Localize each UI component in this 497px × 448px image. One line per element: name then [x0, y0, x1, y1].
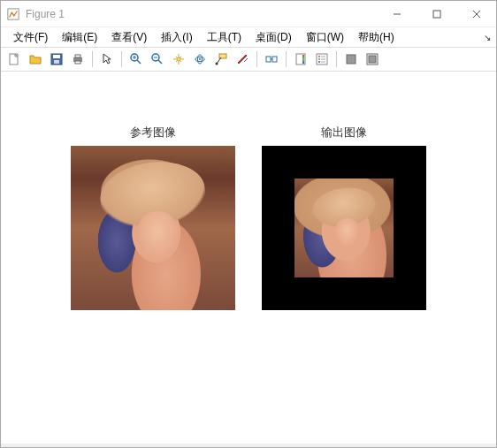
- output-image-frame: [262, 146, 426, 310]
- svg-rect-7: [53, 55, 60, 58]
- lena-image: [71, 146, 235, 310]
- window-title: Figure 1: [26, 8, 377, 20]
- menu-bar: 文件(F) 编辑(E) 查看(V) 插入(I) 工具(T) 桌面(D) 窗口(W…: [1, 27, 496, 47]
- subplot-container: 参考图像 输出图像: [1, 72, 496, 310]
- toolbar-separator: [256, 51, 257, 67]
- subplot-right-title: 输出图像: [321, 125, 367, 140]
- svg-rect-2: [433, 11, 440, 18]
- toolbar-separator: [121, 51, 122, 67]
- svg-rect-27: [272, 57, 277, 62]
- hide-plottools-button[interactable]: [341, 49, 361, 69]
- menu-file[interactable]: 文件(F): [6, 28, 55, 47]
- subplot-left-title: 参考图像: [130, 125, 176, 140]
- subplot-right: 输出图像: [262, 125, 426, 310]
- svg-rect-11: [75, 61, 80, 64]
- svg-point-25: [216, 63, 218, 65]
- svg-rect-40: [369, 56, 376, 63]
- subplot-left: 参考图像: [71, 125, 235, 310]
- menu-help[interactable]: 帮助(H): [351, 28, 401, 47]
- svg-rect-26: [266, 57, 271, 62]
- link-axes-button[interactable]: [262, 49, 281, 69]
- toolbar-separator: [92, 51, 93, 67]
- zoom-out-button[interactable]: [148, 49, 167, 69]
- svg-point-19: [177, 57, 180, 61]
- menu-insert[interactable]: 插入(I): [154, 28, 199, 47]
- app-icon: [6, 7, 20, 21]
- toolbar: [1, 47, 496, 72]
- menu-tools[interactable]: 工具(T): [200, 28, 248, 47]
- pointer-button[interactable]: [97, 49, 117, 69]
- pan-button[interactable]: [169, 49, 188, 69]
- toolbar-separator: [286, 51, 287, 67]
- open-button[interactable]: [26, 49, 45, 69]
- maximize-button[interactable]: [417, 1, 456, 27]
- svg-line-17: [158, 60, 162, 64]
- toolbar-separator: [336, 51, 337, 67]
- menu-view[interactable]: 查看(V): [104, 28, 154, 47]
- svg-point-22: [199, 58, 201, 60]
- svg-rect-8: [54, 60, 59, 64]
- insert-colorbar-button[interactable]: [291, 49, 310, 69]
- reference-image: [71, 146, 235, 310]
- svg-rect-30: [302, 55, 304, 64]
- close-button[interactable]: [456, 1, 496, 27]
- show-plottools-button[interactable]: [363, 49, 382, 69]
- svg-rect-10: [75, 55, 80, 57]
- svg-rect-23: [219, 54, 226, 58]
- rotate3d-button[interactable]: [190, 49, 210, 69]
- new-figure-button[interactable]: [4, 49, 24, 69]
- svg-line-13: [137, 60, 141, 64]
- menu-desktop[interactable]: 桌面(D): [248, 28, 299, 47]
- figure-canvas[interactable]: 参考图像 输出图像: [1, 72, 496, 444]
- svg-rect-38: [347, 55, 356, 64]
- menu-overflow-icon[interactable]: ↘: [484, 33, 491, 42]
- print-button[interactable]: [68, 49, 88, 69]
- minimize-button[interactable]: [377, 1, 417, 27]
- insert-legend-button[interactable]: [312, 49, 332, 69]
- brush-button[interactable]: [233, 49, 252, 69]
- figure-window: Figure 1 文件(F) 编辑(E) 查看(V) 插入(I) 工具(T) 桌…: [0, 0, 497, 448]
- lena-image-small: [294, 178, 394, 277]
- data-cursor-button[interactable]: [211, 49, 231, 69]
- window-controls: [377, 1, 496, 27]
- menu-window[interactable]: 窗口(W): [299, 28, 351, 47]
- save-button[interactable]: [47, 49, 66, 69]
- zoom-in-button[interactable]: [126, 49, 146, 69]
- status-bar: [1, 444, 496, 447]
- title-bar: Figure 1: [1, 1, 496, 27]
- menu-edit[interactable]: 编辑(E): [55, 28, 104, 47]
